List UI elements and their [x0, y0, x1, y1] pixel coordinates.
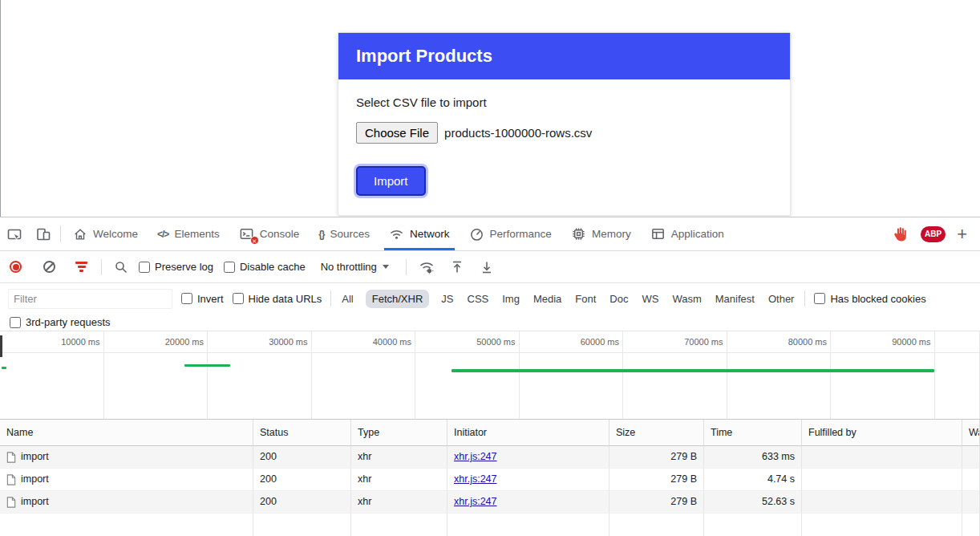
timeline-tick: 50000 ms	[415, 331, 520, 419]
initiator-link[interactable]: xhr.js:247	[454, 473, 497, 485]
checkbox-box	[233, 293, 244, 304]
hide-data-urls-checkbox[interactable]: Hide data URLs	[233, 293, 322, 305]
filter-type-js[interactable]: JS	[439, 290, 455, 308]
checkbox-box	[181, 293, 192, 304]
third-party-label: 3rd-party requests	[26, 316, 111, 328]
tab-label: Performance	[490, 228, 552, 240]
filter-type-css[interactable]: CSS	[466, 290, 491, 308]
import-har-icon[interactable]	[480, 260, 494, 274]
abp-badge-icon[interactable]: ABP	[921, 226, 946, 242]
tab-label: Application	[671, 228, 724, 240]
timeline-activity-bar	[452, 369, 934, 372]
column-header-type[interactable]: Type	[351, 420, 447, 446]
tab-welcome[interactable]: Welcome	[63, 217, 148, 250]
throttling-value: No throttling	[321, 261, 377, 273]
timeline-activity-bar	[184, 364, 230, 367]
filter-type-all[interactable]: All	[340, 290, 354, 308]
memory-icon	[571, 226, 586, 242]
filter-type-doc[interactable]: Doc	[608, 290, 630, 308]
column-header-time[interactable]: Time	[704, 420, 802, 446]
record-button[interactable]	[10, 261, 22, 273]
sources-icon: {}	[318, 229, 324, 240]
adblocker-hand-icon[interactable]	[891, 225, 909, 243]
console-icon	[239, 226, 254, 242]
request-status-cell: 200	[253, 446, 351, 469]
page-area: Import Products Select CSV file to impor…	[0, 0, 980, 217]
timeline-tick: 20000 ms	[104, 331, 209, 419]
clear-button[interactable]	[43, 261, 55, 273]
column-header-size[interactable]: Size	[609, 420, 704, 446]
column-header-waterfall[interactable]: Waterfall	[962, 420, 980, 446]
code-icon: </>	[157, 229, 168, 240]
tab-network[interactable]: Network	[379, 217, 460, 250]
more-tabs-icon[interactable]: +	[957, 224, 967, 245]
request-waterfall-cell	[962, 469, 980, 491]
initiator-link[interactable]: xhr.js:247	[454, 496, 497, 507]
filter-type-wasm[interactable]: Wasm	[670, 290, 703, 308]
throttling-dropdown[interactable]: No throttling	[316, 258, 394, 275]
table-row[interactable]: import 200 xhr xhr.js:247 279 B 4.74 s	[0, 469, 980, 491]
filter-type-ws[interactable]: WS	[640, 290, 660, 308]
tab-label: Elements	[174, 228, 219, 240]
tab-elements[interactable]: </> Elements	[148, 217, 229, 250]
timeline-tick: 80000 ms	[727, 331, 832, 419]
request-time-cell: 633 ms	[704, 446, 802, 469]
checkbox-box	[139, 262, 150, 273]
preserve-log-checkbox[interactable]: Preserve log	[139, 261, 213, 273]
tab-console[interactable]: Console	[229, 217, 310, 250]
column-header-initiator[interactable]: Initiator	[447, 420, 609, 446]
import-button[interactable]: Import	[356, 166, 426, 196]
screen: Import Products Select CSV file to impor…	[0, 0, 980, 536]
chevron-down-icon	[383, 265, 389, 269]
toolbar-separator	[406, 259, 407, 275]
search-icon[interactable]	[114, 260, 128, 274]
third-party-checkbox[interactable]: 3rd-party requests	[10, 316, 111, 328]
network-toolbar: Preserve log Disable cache No throttling	[0, 251, 980, 283]
table-row[interactable]: import 200 xhr xhr.js:247 279 B 52.63 s	[0, 491, 980, 514]
tab-sources[interactable]: {} Sources	[309, 217, 379, 250]
has-blocked-cookies-checkbox[interactable]: Has blocked cookies	[814, 293, 925, 305]
network-conditions-icon[interactable]	[419, 259, 435, 275]
filter-input[interactable]	[8, 289, 172, 309]
invert-checkbox[interactable]: Invert	[181, 293, 224, 305]
filter-toggle-icon[interactable]	[74, 260, 89, 274]
filter-type-media[interactable]: Media	[532, 290, 563, 308]
tab-label: Memory	[592, 228, 631, 240]
performance-icon	[469, 226, 484, 242]
filter-type-manifest[interactable]: Manifest	[714, 290, 756, 308]
tab-label: Console	[260, 228, 300, 240]
disable-cache-checkbox[interactable]: Disable cache	[224, 261, 306, 273]
request-size-cell: 279 B	[609, 469, 704, 491]
tabbar-separator	[60, 225, 61, 242]
filter-type-font[interactable]: Font	[573, 290, 597, 308]
filter-type-fetch-xhr[interactable]: Fetch/XHR	[366, 290, 430, 308]
choose-file-button[interactable]: Choose File	[356, 122, 438, 144]
request-type-filters: All Fetch/XHR JS CSS Img Media Font Doc …	[340, 290, 796, 308]
inspect-element-icon[interactable]	[0, 217, 29, 250]
card-body: Select CSV file to import Choose File pr…	[338, 79, 790, 215]
timeline-overview[interactable]: 10000 ms 20000 ms 30000 ms 40000 ms 5000…	[0, 331, 980, 420]
request-time-cell: 4.74 s	[704, 469, 802, 491]
request-waterfall-cell	[962, 446, 980, 469]
application-icon	[650, 226, 666, 242]
request-initiator-cell: xhr.js:247	[447, 491, 609, 514]
device-toolbar-icon[interactable]	[29, 217, 58, 250]
tab-performance[interactable]: Performance	[460, 217, 561, 250]
tab-application[interactable]: Application	[641, 217, 734, 250]
initiator-link[interactable]: xhr.js:247	[454, 451, 497, 462]
request-waterfall-cell	[962, 491, 980, 514]
filter-type-img[interactable]: Img	[500, 290, 521, 308]
column-header-name[interactable]: Name	[0, 420, 253, 446]
home-icon	[73, 227, 87, 242]
request-name-cell: import	[0, 469, 253, 491]
column-header-status[interactable]: Status	[253, 420, 351, 446]
export-har-icon[interactable]	[450, 260, 464, 274]
network-icon	[389, 226, 404, 242]
tab-memory[interactable]: Memory	[561, 217, 641, 250]
table-row[interactable]: import 200 xhr xhr.js:247 279 B 633 ms	[0, 446, 980, 469]
preserve-log-label: Preserve log	[155, 261, 213, 273]
timeline-window-handle[interactable]	[0, 335, 2, 357]
filter-type-other[interactable]: Other	[767, 290, 796, 308]
column-header-fulfilled-by[interactable]: Fulfilled by	[802, 420, 962, 446]
document-icon	[6, 497, 16, 508]
